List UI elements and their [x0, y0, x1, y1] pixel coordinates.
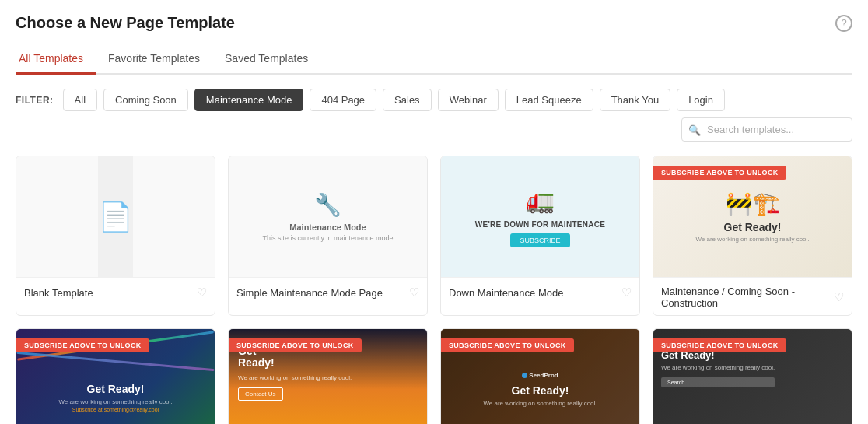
search-wrapper: 🔍 [681, 117, 852, 142]
template-preview-blank: 📄 [16, 156, 215, 277]
truck-icon: 🚛 [526, 187, 555, 214]
subscribe-badge-threads: SUBSCRIBE ABOVE TO UNLOCK [16, 338, 149, 352]
filter-coming-soon[interactable]: Coming Soon [103, 89, 188, 111]
tab-favorite-templates[interactable]: Favorite Templates [96, 44, 212, 75]
filter-login[interactable]: Login [677, 89, 725, 111]
template-card-retro[interactable]: SUBSCRIBE ABOVE TO UNLOCK SeedProd Get R… [653, 328, 852, 424]
template-preview-wood: SUBSCRIBE ABOVE TO UNLOCK SeedProd Get R… [441, 329, 639, 424]
down-subscribe-btn: SUBSCRIBE [510, 233, 569, 247]
wood-sub: We are working on something really cool. [483, 400, 597, 407]
down-preview-text: WE'RE DOWN FOR MAINTENACE [475, 220, 606, 229]
template-card-construction[interactable]: SUBSCRIBE ABOVE TO UNLOCK 🚧🏗️ Get Ready!… [653, 156, 852, 316]
template-preview-clouds: SUBSCRIBE ABOVE TO UNLOCK SeedProd GetRe… [229, 329, 427, 424]
wrench-icon: 🔧 [314, 192, 341, 218]
clouds-sub: We are working on something really cool. [238, 374, 352, 381]
filter-row: FILTER: All Coming Soon Maintenance Mode… [16, 89, 852, 142]
template-name-construction: Maintenance / Coming Soon - Construction [661, 286, 834, 309]
template-card-threads[interactable]: SUBSCRIBE ABOVE TO UNLOCK Get Ready! We … [16, 328, 215, 424]
template-preview-threads: SUBSCRIBE ABOVE TO UNLOCK Get Ready! We … [16, 329, 215, 424]
template-preview-retro: SUBSCRIBE ABOVE TO UNLOCK SeedProd Get R… [653, 329, 852, 424]
favorite-icon-simple[interactable]: ♡ [409, 286, 419, 300]
wood-content: SeedProd Get Ready! We are working on so… [483, 372, 597, 407]
template-card-blank[interactable]: 📄 Blank Template ♡ [16, 156, 215, 316]
template-info-down: Down Maintenance Mode ♡ [441, 277, 639, 306]
filter-maintenance[interactable]: Maintenance Mode [194, 89, 304, 111]
construction-sub-text: We are working on something really cool. [688, 236, 817, 243]
filter-label: FILTER: [16, 95, 54, 106]
filter-all[interactable]: All [63, 89, 97, 111]
threads-link-text: Subscribe at something@really.cool [58, 407, 172, 412]
filter-sales[interactable]: Sales [383, 89, 432, 111]
search-icon: 🔍 [688, 124, 701, 135]
template-preview-construction: SUBSCRIBE ABOVE TO UNLOCK 🚧🏗️ Get Ready!… [653, 156, 852, 277]
template-card-wood[interactable]: SUBSCRIBE ABOVE TO UNLOCK SeedProd Get R… [440, 328, 640, 424]
simple-preview-title: Maintenance Mode [289, 223, 366, 232]
retro-sub: We are working on something really cool. [661, 364, 775, 371]
filter-thank-you[interactable]: Thank You [600, 89, 670, 111]
templates-grid: 📄 Blank Template ♡ 🔧 Maintenance Mode Th… [16, 156, 852, 424]
template-name-down: Down Maintenance Mode [449, 287, 563, 299]
template-name-simple: Simple Maintenance Mode Page [236, 287, 383, 299]
template-card-clouds[interactable]: SUBSCRIBE ABOVE TO UNLOCK SeedProd GetRe… [228, 328, 428, 424]
simple-preview-sub: This site is currently in maintenance mo… [262, 234, 393, 242]
template-info-simple: Simple Maintenance Mode Page ♡ [229, 277, 427, 306]
threads-ready-text: Get Ready! [58, 383, 172, 395]
filter-404[interactable]: 404 Page [310, 89, 376, 111]
filter-lead-squeeze[interactable]: Lead Squeeze [505, 89, 593, 111]
template-card-down[interactable]: 🚛 WE'RE DOWN FOR MAINTENACE SUBSCRIBE Do… [440, 156, 640, 316]
help-icon[interactable]: ? [835, 15, 852, 32]
favorite-icon-construction[interactable]: ♡ [834, 290, 844, 304]
template-name-blank: Blank Template [24, 287, 93, 299]
favorite-icon-down[interactable]: ♡ [621, 286, 632, 300]
subscribe-badge-construction: SUBSCRIBE ABOVE TO UNLOCK [653, 166, 786, 180]
favorite-icon-blank[interactable]: ♡ [197, 286, 207, 300]
template-info-blank: Blank Template ♡ [16, 277, 215, 306]
template-tabs: All Templates Favorite Templates Saved T… [16, 44, 852, 75]
template-card-simple[interactable]: 🔧 Maintenance Mode This site is currentl… [228, 156, 428, 316]
construction-truck-icon: 🚧🏗️ [726, 191, 780, 216]
template-preview-simple: 🔧 Maintenance Mode This site is currentl… [229, 156, 427, 277]
template-preview-down: 🚛 WE'RE DOWN FOR MAINTENACE SUBSCRIBE [441, 156, 639, 277]
retro-search: Search... [661, 377, 775, 387]
subscribe-badge-wood: SUBSCRIBE ABOVE TO UNLOCK [441, 338, 574, 352]
filter-webinar[interactable]: Webinar [438, 89, 499, 111]
wood-logo: SeedProd [483, 372, 597, 380]
page-title: Choose a New Page Template [16, 14, 235, 32]
blank-file-icon: 📄 [98, 201, 133, 233]
search-input[interactable] [681, 117, 852, 142]
threads-sub-text: We are working on something really cool. [58, 398, 172, 405]
construction-ready-text: Get Ready! [724, 221, 782, 233]
subscribe-badge-clouds: SUBSCRIBE ABOVE TO UNLOCK [229, 338, 362, 352]
subscribe-badge-retro: SUBSCRIBE ABOVE TO UNLOCK [653, 338, 786, 352]
wood-title: Get Ready! [483, 384, 597, 397]
tab-all-templates[interactable]: All Templates [16, 44, 96, 75]
clouds-contact-btn: Contact Us [238, 387, 283, 401]
tab-saved-templates[interactable]: Saved Templates [212, 44, 320, 75]
threads-content: Get Ready! We are working on something r… [58, 367, 172, 412]
template-info-construction: Maintenance / Coming Soon - Construction… [653, 277, 852, 315]
